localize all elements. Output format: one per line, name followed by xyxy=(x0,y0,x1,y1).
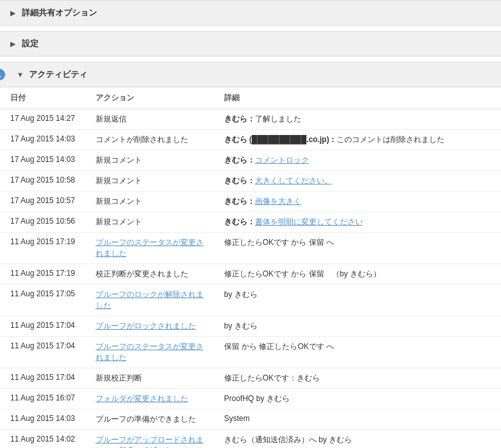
cell-action: プルーフの準備ができました xyxy=(85,409,214,430)
col-header-action: アクション xyxy=(85,87,214,109)
cell-action: フォルダが変更されました xyxy=(85,389,214,409)
cell-action: 校正判断が変更されました xyxy=(85,264,214,285)
table-row: 17 Aug 2015 10:58新規コメントきむら：大きくしてください。 xyxy=(0,171,501,192)
detail-share-chevron: ▶ xyxy=(10,9,15,17)
detail-link[interactable]: コメントロック xyxy=(255,156,309,165)
table-row: 11 Aug 2015 17:04プルーフのステータスが変更されました保留 から… xyxy=(0,337,501,368)
action-link[interactable]: プルーフのステータスが変更されました xyxy=(96,238,204,258)
cell-date: 17 Aug 2015 10:58 xyxy=(0,171,85,192)
activity-section-wrapper: 1 ▼ アクティビティ 日付 アクション 詳細 17 Aug 2015 14:2… xyxy=(0,62,501,448)
cell-date: 11 Aug 2015 17:04 xyxy=(0,316,85,337)
settings-title: 設定 xyxy=(22,38,39,49)
cell-date: 11 Aug 2015 17:05 xyxy=(0,285,85,316)
table-row: 11 Aug 2015 14:02プルーフがアップロードされました（新 Proo… xyxy=(0,430,501,449)
action-link[interactable]: プルーフがロックされました xyxy=(96,321,196,330)
action-link[interactable]: プルーフがアップロードされました（新 ProofHQ ビューアー） xyxy=(96,435,204,448)
col-header-detail: 詳細 xyxy=(214,87,501,109)
table-row: 17 Aug 2015 10:57新規コメントきむら：画像を大きく xyxy=(0,192,501,212)
table-row: 17 Aug 2015 10:56新規コメントきむら：書体を明朝に変更してくださ… xyxy=(0,212,501,233)
cell-action: プルーフのステータスが変更されました xyxy=(85,337,214,368)
settings-section[interactable]: ▶ 設定 xyxy=(0,31,501,57)
action-link[interactable]: プルーフのロックが解除されました xyxy=(96,290,204,310)
cell-action: 新規コメント xyxy=(85,212,214,233)
cell-detail: by きむら xyxy=(214,285,501,316)
cell-action: プルーフのステータスが変更されました xyxy=(85,233,214,264)
cell-detail: by きむら xyxy=(214,316,501,337)
cell-date: 11 Aug 2015 14:02 xyxy=(0,430,85,449)
cell-detail: ProofHQ by きむら xyxy=(214,389,501,409)
cell-action: 新規コメント xyxy=(85,171,214,192)
cell-date: 17 Aug 2015 14:03 xyxy=(0,130,85,150)
detail-share-section[interactable]: ▶ 詳細共有オプション xyxy=(0,0,501,26)
cell-detail: きむら：コメントロック xyxy=(214,150,501,171)
cell-detail: System xyxy=(214,409,501,430)
table-row: 11 Aug 2015 17:04新規校正判断修正したらOKです：きむら xyxy=(0,368,501,389)
cell-detail: きむら：書体を明朝に変更してください xyxy=(214,212,501,233)
cell-detail: 修正したらOKです：きむら xyxy=(214,368,501,389)
table-row: 11 Aug 2015 17:19プルーフのステータスが変更されました修正したら… xyxy=(0,233,501,264)
action-link[interactable]: フォルダが変更されました xyxy=(96,394,188,403)
activity-title: アクティビティ xyxy=(29,69,87,79)
table-row: 17 Aug 2015 14:03コメントが削除されましたきむら (██████… xyxy=(0,130,501,150)
cell-date: 17 Aug 2015 14:27 xyxy=(0,109,85,130)
cell-detail: きむら：画像を大きく xyxy=(214,192,501,212)
table-row: 11 Aug 2015 17:19校正判断が変更されました修正したらOKです か… xyxy=(0,264,501,285)
cell-date: 11 Aug 2015 17:19 xyxy=(0,233,85,264)
cell-action: プルーフがアップロードされました（新 ProofHQ ビューアー） xyxy=(85,430,214,449)
col-header-date: 日付 xyxy=(0,87,85,109)
cell-date: 11 Aug 2015 16:07 xyxy=(0,389,85,409)
cell-detail: 保留 から 修正したらOKです へ xyxy=(214,337,501,368)
activity-table: 日付 アクション 詳細 17 Aug 2015 14:27新規返信きむら：了解し… xyxy=(0,87,501,448)
action-link[interactable]: プルーフのステータスが変更されました xyxy=(96,342,204,362)
cell-date: 11 Aug 2015 17:04 xyxy=(0,368,85,389)
table-row: 17 Aug 2015 14:03新規コメントきむら：コメントロック xyxy=(0,150,501,171)
cell-action: プルーフがロックされました xyxy=(85,316,214,337)
cell-action: 新規返信 xyxy=(85,109,214,130)
cell-action: プルーフのロックが解除されました xyxy=(85,285,214,316)
cell-date: 11 Aug 2015 17:04 xyxy=(0,337,85,368)
cell-action: 新規校正判断 xyxy=(85,368,214,389)
cell-detail: きむら：大きくしてください。 xyxy=(214,171,501,192)
cell-action: 新規コメント xyxy=(85,150,214,171)
cell-detail: きむら (██████████.co.jp)：このコメントは削除されました xyxy=(214,130,501,150)
detail-link[interactable]: 書体を明朝に変更してください xyxy=(255,217,363,226)
cell-date: 17 Aug 2015 10:56 xyxy=(0,212,85,233)
table-row: 11 Aug 2015 17:05プルーフのロックが解除されましたby きむら xyxy=(0,285,501,316)
table-row: 11 Aug 2015 16:07フォルダが変更されましたProofHQ by … xyxy=(0,389,501,409)
settings-chevron: ▶ xyxy=(10,40,15,48)
cell-action: コメントが削除されました xyxy=(85,130,214,150)
table-row: 11 Aug 2015 17:04プルーフがロックされましたby きむら xyxy=(0,316,501,337)
cell-detail: 修正したらOKです から 保留 （by きむら） xyxy=(214,264,501,285)
cell-date: 11 Aug 2015 14:03 xyxy=(0,409,85,430)
cell-date: 11 Aug 2015 17:19 xyxy=(0,264,85,285)
cell-detail: 修正したらOKです から 保留 へ xyxy=(214,233,501,264)
detail-link[interactable]: 大きくしてください。 xyxy=(255,176,332,185)
cell-date: 17 Aug 2015 14:03 xyxy=(0,150,85,171)
cell-detail: きむら（通知送信済み）へ by きむら xyxy=(214,430,501,449)
detail-link[interactable]: 画像を大きく xyxy=(255,197,301,206)
activity-section-header[interactable]: 1 ▼ アクティビティ xyxy=(0,62,501,87)
cell-detail: きむら：了解しました xyxy=(214,109,501,130)
cell-date: 17 Aug 2015 10:57 xyxy=(0,192,85,212)
activity-chevron: ▼ xyxy=(17,71,24,78)
detail-share-title: 詳細共有オプション xyxy=(22,7,97,19)
cell-action: 新規コメント xyxy=(85,192,214,212)
table-row: 17 Aug 2015 14:27新規返信きむら：了解しました xyxy=(0,109,501,130)
activity-badge: 1 xyxy=(0,69,5,80)
table-row: 11 Aug 2015 14:03プルーフの準備ができましたSystem xyxy=(0,409,501,430)
